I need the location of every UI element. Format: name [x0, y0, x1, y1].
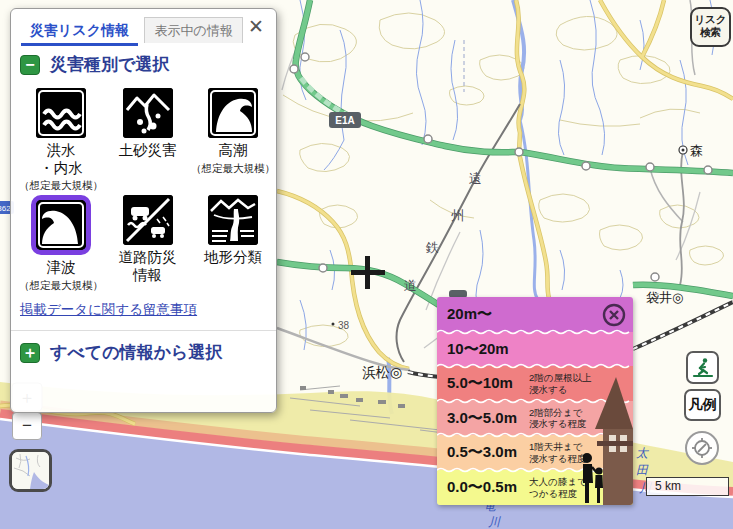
disaster-risk-panel: 災害リスク情報 表示中の情報 ✕ − 災害種別で選択 洪水・内水 （想定最大規模…	[10, 8, 277, 413]
category-landform[interactable]: 地形分類	[190, 193, 276, 293]
landform-icon	[208, 195, 258, 245]
expand-section-icon[interactable]: ＋	[20, 343, 40, 363]
hazard-map-app: E1A 362 森 袋井◎ 浜松◎ 38 遠 州 鉄 道 太 田 川	[0, 0, 733, 529]
category-tsunami[interactable]: 津波 （想定最大規模）	[17, 193, 105, 293]
wave-separator	[437, 398, 633, 404]
running-person-icon	[691, 356, 715, 380]
wave-separator	[437, 467, 633, 473]
legend-row: 3.0〜5.0m 2階部分まで浸水する程度	[437, 401, 633, 435]
legend-row: 20m〜	[437, 297, 633, 332]
section-title: 災害種別で選択	[50, 53, 169, 76]
collapse-section-icon[interactable]: −	[20, 55, 40, 75]
legend-row: 0.0〜0.5m 大人の膝までつかる程度	[437, 470, 633, 505]
road-disaster-icon	[123, 195, 173, 245]
legend-row: 10〜20m	[437, 332, 633, 366]
zoom-out-button[interactable]: −	[12, 412, 42, 440]
label-elevation: 38	[338, 320, 350, 331]
legend-row: 0.5〜3.0m 1階天井まで浸水する程度	[437, 435, 633, 470]
svg-text:E1A: E1A	[335, 115, 354, 126]
svg-text:道: 道	[404, 278, 417, 293]
expressway-badge: E1A	[329, 112, 361, 128]
wave-separator	[437, 432, 633, 438]
minimap-thumbnail	[12, 452, 49, 489]
section-title: すべての情報から選択	[50, 341, 222, 364]
disaster-category-grid: 洪水・内水 （想定最大規模） 土砂災害 高潮	[17, 86, 276, 293]
evacuation-info-button[interactable]	[686, 351, 719, 384]
category-landslide[interactable]: 土砂災害	[105, 86, 190, 193]
svg-text:鉄: 鉄	[425, 240, 439, 255]
locate-button[interactable]	[685, 431, 719, 465]
disaster-type-section-header: − 災害種別で選択	[20, 53, 276, 76]
panel-tabs: 災害リスク情報 表示中の情報 ✕	[11, 9, 276, 43]
panel-divider	[11, 330, 276, 331]
all-info-section-header: ＋ すべての情報から選択	[20, 341, 276, 364]
wave-separator	[437, 329, 633, 335]
scale-bar: 5 km	[646, 477, 729, 496]
tab-displayed-info[interactable]: 表示中の情報	[144, 17, 242, 43]
category-road-disaster[interactable]: 道路防災情報	[105, 193, 190, 293]
tab-disaster-risk-info[interactable]: 災害リスク情報	[21, 18, 138, 46]
tsunami-depth-legend: 20m〜 10〜20m 5.0〜10m 2階の屋根以上浸水する 3.0〜5.0m…	[437, 297, 633, 505]
svg-text:川: 川	[488, 515, 501, 529]
label-hamamatsu: 浜松◎	[362, 364, 402, 380]
risk-search-button[interactable]: リスク 検索	[690, 7, 731, 47]
svg-text:太: 太	[636, 446, 649, 460]
category-flood[interactable]: 洪水・内水 （想定最大規模）	[17, 86, 105, 193]
category-storm-surge[interactable]: 高潮 （想定最大規模）	[190, 86, 276, 193]
data-notice-link[interactable]: 掲載データに関する留意事項	[20, 301, 276, 319]
flood-icon	[36, 88, 86, 138]
legend-toggle-button[interactable]: 凡例	[684, 389, 721, 421]
label-mori: 森	[690, 143, 703, 158]
landslide-icon	[123, 88, 173, 138]
label-fukuroi: 袋井◎	[646, 290, 683, 305]
svg-text:田: 田	[636, 463, 649, 477]
close-icon[interactable]: ✕	[248, 17, 264, 36]
svg-text:遠: 遠	[469, 171, 482, 186]
legend-close-icon[interactable]	[602, 303, 626, 327]
legend-row: 5.0〜10m 2階の屋根以上浸水する	[437, 366, 633, 401]
wave-separator	[437, 363, 633, 369]
compass-icon	[690, 436, 714, 460]
storm-surge-icon	[208, 88, 258, 138]
svg-text:州: 州	[451, 208, 464, 223]
minimap-button[interactable]	[9, 449, 52, 492]
tsunami-icon	[31, 195, 91, 255]
